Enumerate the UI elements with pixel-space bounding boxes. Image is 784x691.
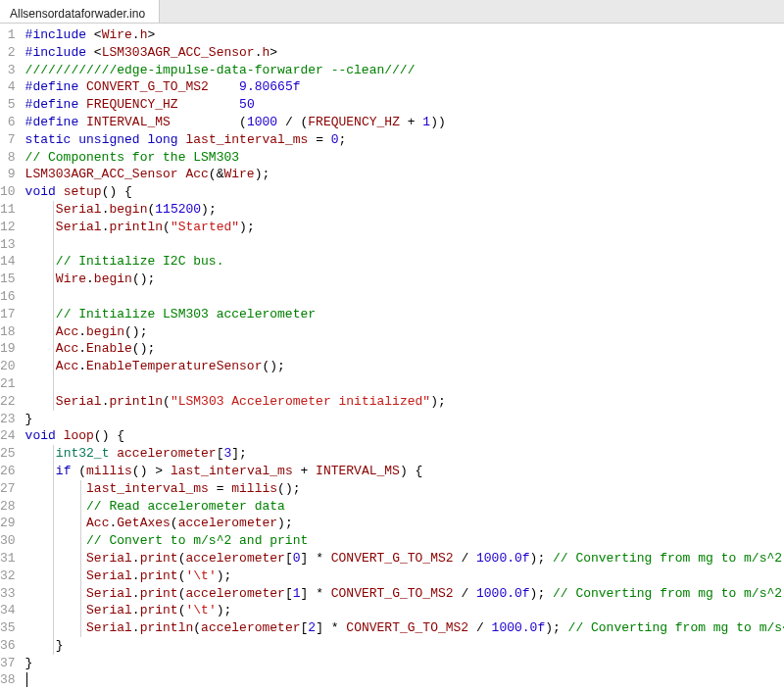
code-line[interactable] <box>25 375 784 393</box>
token-pl: . <box>132 603 140 617</box>
line-number: 33 <box>0 585 16 603</box>
code-line[interactable]: // Initialize LSM303 accelerometer <box>25 306 784 323</box>
indent-guide <box>53 637 54 655</box>
token-fn: Enable <box>86 341 132 356</box>
token-str: "Started" <box>171 220 239 234</box>
indent-guide <box>53 288 54 306</box>
token-id: Wire <box>56 271 86 286</box>
line-number: 25 <box>0 445 16 463</box>
code-line[interactable]: int32_t accelerometer[3]; <box>25 445 784 463</box>
code-line[interactable]: } <box>25 411 784 428</box>
code-line[interactable]: #include <Wire.h> <box>25 26 784 44</box>
code-line[interactable] <box>25 236 784 254</box>
token-num: 2 <box>308 620 316 635</box>
code-line[interactable]: Serial.print(accelerometer[0] * CONVERT_… <box>25 550 784 568</box>
code-line[interactable]: static unsigned long last_interval_ms = … <box>25 131 784 149</box>
token-id: Acc <box>56 324 78 339</box>
token-pl <box>25 341 56 356</box>
indent-guide <box>53 585 54 603</box>
token-pl: )) <box>430 115 446 129</box>
indent-guide <box>80 550 81 568</box>
code-line[interactable]: Serial.println(accelerometer[2] * CONVER… <box>25 619 784 637</box>
code-line[interactable]: #define FREQUENCY_HZ 50 <box>25 96 784 114</box>
token-fn: millis <box>231 481 277 496</box>
line-number: 17 <box>0 306 16 323</box>
token-pl <box>25 359 56 373</box>
indent-guide <box>53 271 54 288</box>
code-line[interactable]: Serial.println("Started"); <box>25 219 784 236</box>
code-line[interactable]: // Convert to m/s^2 and print <box>25 532 784 550</box>
code-line[interactable]: Serial.print('\t'); <box>25 602 784 619</box>
code-line[interactable]: #define INTERVAL_MS (1000 / (FREQUENCY_H… <box>25 114 784 131</box>
code-line[interactable]: Serial.begin(115200); <box>25 201 784 219</box>
code-line[interactable]: } <box>25 655 784 672</box>
code-line[interactable]: #define CONVERT_G_TO_MS2 9.80665f <box>25 78 784 96</box>
file-tab[interactable]: Allsensordataforwader.ino <box>0 0 160 23</box>
tab-bar: Allsensordataforwader.ino <box>0 0 784 24</box>
token-pl: ) { <box>400 464 422 478</box>
token-pl: () { <box>94 428 124 443</box>
code-line[interactable]: LSM303AGR_ACC_Sensor Acc(&Wire); <box>25 166 784 183</box>
code-line[interactable]: Acc.begin(); <box>25 323 784 341</box>
line-number: 22 <box>0 393 16 411</box>
token-id: INTERVAL_MS <box>86 115 171 129</box>
code-line[interactable]: void setup() { <box>25 183 784 201</box>
text-caret <box>26 672 27 687</box>
code-line[interactable]: #include <LSM303AGR_ACC_Sensor.h> <box>25 44 784 62</box>
line-number: 30 <box>0 532 16 550</box>
token-pl <box>78 97 86 112</box>
code-line[interactable]: } <box>25 637 784 655</box>
code-line[interactable]: Serial.print(accelerometer[1] * CONVERT_… <box>25 585 784 603</box>
code-editor[interactable]: 1234567891011121314151617181920212223242… <box>0 24 784 691</box>
code-line[interactable]: // Read accelerometer data <box>25 498 784 516</box>
token-id: accelerometer <box>117 446 216 461</box>
token-kw: void <box>25 428 56 443</box>
token-num: 1000 <box>247 115 277 129</box>
line-number: 6 <box>0 114 16 131</box>
token-pl: ] * <box>301 586 331 601</box>
line-number: 7 <box>0 131 16 149</box>
code-line[interactable]: Serial.println("LSM303 Accelerometer ini… <box>25 393 784 411</box>
token-pl: } <box>25 412 33 426</box>
token-id: FREQUENCY_HZ <box>308 115 400 129</box>
code-line[interactable]: Acc.Enable(); <box>25 340 784 358</box>
line-number: 4 <box>0 78 16 96</box>
token-pl: () > <box>132 464 171 478</box>
token-id: Serial <box>86 568 132 583</box>
token-num: 1 <box>293 586 301 601</box>
token-pl: = <box>209 481 231 496</box>
token-pl: ); <box>255 167 270 181</box>
token-id: Serial <box>56 394 102 409</box>
code-line[interactable]: ////////////edge-impulse-data-forwarder … <box>25 62 784 79</box>
indent-guide <box>53 253 54 271</box>
line-number: 14 <box>0 253 16 271</box>
code-line[interactable]: Serial.print('\t'); <box>25 568 784 585</box>
indent-guide <box>53 568 54 585</box>
token-pl: . <box>132 551 140 566</box>
token-pl <box>178 97 239 112</box>
token-fn: begin <box>86 324 124 339</box>
code-line[interactable]: Acc.GetAxes(accelerometer); <box>25 515 784 532</box>
code-line[interactable]: Wire.begin(); <box>25 271 784 288</box>
code-line[interactable]: if (millis() > last_interval_ms + INTERV… <box>25 463 784 480</box>
token-kw: #define <box>25 115 79 129</box>
code-line[interactable] <box>25 288 784 306</box>
code-area[interactable]: #include <Wire.h>#include <LSM303AGR_ACC… <box>25 24 784 691</box>
code-line[interactable]: last_interval_ms = millis(); <box>25 480 784 498</box>
token-cmt: ////////////edge-impulse-data-forwarder … <box>25 63 416 77</box>
code-line[interactable]: void loop() { <box>25 427 784 445</box>
line-number: 9 <box>0 166 16 183</box>
token-fn: setup <box>64 184 102 199</box>
code-line[interactable] <box>25 671 784 689</box>
code-line[interactable]: // Components for the LSM303 <box>25 149 784 167</box>
indent-guide <box>53 550 54 568</box>
token-pl: ); <box>430 394 446 409</box>
token-pl: (); <box>124 324 147 339</box>
line-number: 19 <box>0 340 16 358</box>
token-pl: } <box>25 638 64 653</box>
token-cmt: // Read accelerometer data <box>86 499 285 514</box>
token-num: 0 <box>293 551 301 566</box>
token-pl <box>56 184 64 199</box>
code-line[interactable]: Acc.EnableTemperatureSensor(); <box>25 358 784 375</box>
code-line[interactable]: // Initialize I2C bus. <box>25 253 784 271</box>
